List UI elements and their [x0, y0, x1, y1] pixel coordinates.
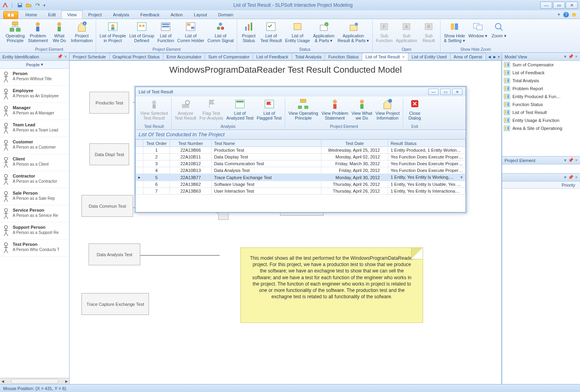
box-data-analysis-test[interactable]: Data Analysis Test — [89, 243, 140, 265]
table-row[interactable]: 1 22A13B66 Production Test Wednesday, Ap… — [136, 147, 466, 154]
table-row[interactable]: 4 22A10B13 Data Analysis Test Friday, Ap… — [136, 167, 466, 174]
zoom-button[interactable]: Zoom ▾ — [489, 20, 509, 46]
table-row[interactable]: 7 22A13B63 User Interaction Test Thursda… — [136, 188, 466, 195]
col-result-status[interactable]: Result Status — [388, 140, 466, 147]
table-row[interactable]: 3 22A10B12 Data Communication Test Frida… — [136, 160, 466, 167]
mv-pin-icon[interactable]: 📌 — [568, 54, 574, 59]
dialog-close-button[interactable]: ✕ — [452, 89, 462, 95]
entity-item[interactable]: Team LeadA Person as a Team Lead — [0, 120, 69, 137]
entity-item[interactable]: Sale PersonA Person as a Sale Rep — [0, 188, 69, 205]
doc-tab[interactable]: Total Analysis — [292, 53, 325, 60]
box-data-display-test[interactable]: Data Displ Test — [89, 143, 129, 165]
application-parts-button[interactable]: +Application & Parts ▾ — [311, 20, 336, 46]
entity-item[interactable]: ManagerA Person as A Manager — [0, 103, 69, 120]
problem-statement-button[interactable]: Problem Statement — [26, 20, 49, 46]
panel-close-icon[interactable]: × — [64, 54, 67, 59]
doc-tab[interactable]: Graphical Project Status — [110, 53, 164, 60]
mv-close-icon[interactable]: × — [575, 54, 578, 59]
view-operating-principle-button[interactable]: View Operating Principle — [287, 97, 320, 124]
menu-feedback[interactable]: Feedback — [135, 10, 165, 19]
redo-icon[interactable] — [35, 2, 40, 8]
table-row[interactable]: 6 22A13B62 Software Usage Test Thursday,… — [136, 181, 466, 188]
model-view-item[interactable]: Total Analysis — [502, 77, 580, 85]
entity-item[interactable]: ContractorA Person as a Contractor — [0, 171, 69, 188]
show-hide-setting-button[interactable]: Show Hide & Setting ▾ — [442, 20, 467, 46]
entity-item[interactable]: Test PersonA Person Who Conducts T — [0, 239, 69, 257]
col-test-number[interactable]: Test Number — [170, 140, 211, 147]
table-row[interactable]: 2 22A10B11 Data Display Test Monday, Apr… — [136, 154, 466, 160]
entity-item[interactable]: PersonA Person Without Title — [0, 69, 69, 86]
model-view-item[interactable]: Area & Site of Operationg — [502, 124, 580, 132]
mv-dropdown-icon[interactable]: ▾ — [564, 54, 566, 59]
doc-tab[interactable]: Project Schedule — [70, 53, 109, 60]
list-analyzed-test-button[interactable]: List of Analyzed Test — [225, 97, 255, 124]
list-comm-signal-button[interactable]: List of Comm Signal — [206, 20, 235, 46]
menu-analysis[interactable]: Analysis — [107, 10, 135, 19]
list-entity-usage-button[interactable]: List of Entity Usage — [284, 20, 311, 46]
list-group-button[interactable]: List of Group Defined — [128, 20, 156, 46]
test-result-grid[interactable]: Test Order Test Number Test Name Test Da… — [135, 139, 466, 212]
people-header[interactable]: People ▾ — [0, 61, 69, 69]
style-dropdown-icon[interactable]: ▾ — [558, 12, 560, 17]
model-view-item[interactable]: Function Status — [502, 100, 580, 108]
model-view-item[interactable]: Entity Usage & Function — [502, 116, 580, 124]
entity-item[interactable]: CustomerA Person as a Customer — [0, 137, 69, 154]
entity-item[interactable]: Support PersonA Person as a Support Re — [0, 222, 69, 239]
menu-domain[interactable]: Domain — [213, 10, 239, 19]
list-test-result-button[interactable]: List of Test Result — [259, 20, 283, 46]
doc-tab[interactable]: List of Entity Used — [408, 53, 450, 60]
view-problem-statement-button[interactable]: View Problem Statement — [320, 97, 350, 124]
help-icon[interactable]: ? — [563, 12, 569, 17]
list-function-button[interactable]: List of Function — [156, 20, 176, 46]
col-test-order[interactable]: Test Order — [143, 140, 170, 147]
model-view-item[interactable]: Sum of Compensator — [502, 61, 580, 69]
menu-action[interactable]: Action — [165, 10, 189, 19]
box-trace-capture-test[interactable]: Trace Capture Exchange Test — [81, 293, 149, 315]
model-view-item[interactable]: Entity Produced & Fun… — [502, 93, 580, 100]
save-icon[interactable] — [17, 2, 23, 8]
menu-edit[interactable]: Edit — [43, 10, 61, 19]
view-what-we-do-button[interactable]: View What we Do — [350, 97, 374, 124]
col-test-date[interactable]: Test Date — [321, 140, 388, 147]
tab-close-icon[interactable]: × — [402, 54, 405, 59]
doc-tab[interactable]: Area of Operat — [450, 53, 486, 60]
menu-view[interactable]: View — [61, 10, 83, 19]
model-view-item[interactable]: List of Feedback — [502, 69, 580, 77]
doc-tab[interactable]: List of Test Result× — [362, 53, 408, 60]
list-comm-holder-button[interactable]: List of Comm Holder — [176, 20, 206, 46]
project-information-button[interactable]: iProject Information — [69, 20, 94, 46]
menu-layout[interactable]: Layout — [188, 10, 213, 19]
col-test-name[interactable]: Test Name — [211, 140, 321, 147]
note[interactable]: This model shows all the test performed … — [240, 247, 423, 323]
tab-scroll-right[interactable]: ► — [493, 54, 497, 59]
operating-principle-button[interactable]: Operating Principle — [4, 20, 26, 46]
application-result-parts-button[interactable]: Application Result & Parts ▾ — [336, 20, 371, 46]
dialog-minimize-button[interactable]: — — [428, 89, 439, 95]
entity-item[interactable]: ClientA Person as a Client — [0, 154, 69, 171]
tab-scroll-left[interactable]: ◄ — [487, 54, 492, 59]
left-hscroll[interactable]: ◄► — [0, 378, 69, 384]
entity-item[interactable]: EmployeeA Person as An Employee — [0, 86, 69, 103]
box-data-comm-test[interactable]: Data Commun Test — [81, 195, 133, 217]
tab-close-all[interactable]: × — [498, 54, 500, 59]
maximize-button[interactable]: ▭ — [553, 2, 565, 9]
model-view-item[interactable]: List of Test Result — [502, 108, 580, 116]
doc-tab[interactable]: Error Accumulator — [163, 53, 205, 60]
box-production-test[interactable]: Productio Test — [89, 92, 129, 114]
list-people-button[interactable]: List of People in Project — [98, 20, 128, 46]
table-row[interactable]: ▸ 5 22A13B77 Trace Capture Exchange Test… — [136, 174, 466, 181]
pin-icon[interactable]: 📌 — [57, 54, 63, 59]
doc-tab[interactable]: List of Feedback — [253, 53, 292, 60]
entity-item[interactable]: Service PersonA Person as a Service Re — [0, 205, 69, 222]
menu-project[interactable]: Project — [83, 10, 107, 19]
what-we-do-button[interactable]: What We Do — [49, 20, 69, 46]
model-view-item[interactable]: Problem Report — [502, 85, 580, 93]
project-status-button[interactable]: Project Status — [239, 20, 259, 46]
open-icon[interactable] — [26, 2, 31, 8]
file-button[interactable] — [3, 11, 18, 19]
close-button[interactable]: ✕ — [566, 2, 578, 9]
list-flagged-test-button[interactable]: List of Flagged Test — [255, 97, 283, 124]
close-dialog-button[interactable]: Close Dialog — [405, 97, 425, 124]
window-button[interactable]: Window ▾ — [467, 20, 489, 46]
priority-header[interactable]: Priority — [502, 182, 580, 189]
